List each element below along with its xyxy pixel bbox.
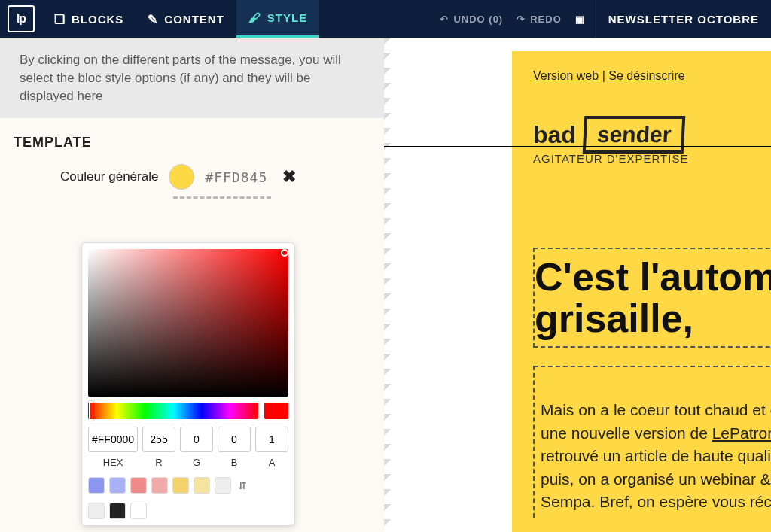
tab-label: CONTENT bbox=[164, 13, 224, 26]
hex-label: HEX bbox=[88, 457, 138, 468]
preset-colors: ⇵ bbox=[88, 477, 288, 519]
tab-label: STYLE bbox=[267, 11, 307, 24]
color-picker: HEX R G B A ⇵ bbox=[81, 242, 295, 526]
preview-pane: Version web | Se désinscrire bad sender … bbox=[384, 38, 771, 532]
main-tabs: ❑ BLOCKS ✎ CONTENT 🖌 STYLE bbox=[42, 0, 319, 38]
body-text: Mais on a le coeur tout chaud et on vien… bbox=[541, 399, 771, 513]
property-label: Couleur générale bbox=[60, 169, 158, 184]
brand-logo: bad sender bbox=[533, 116, 771, 154]
r-input[interactable] bbox=[142, 427, 175, 452]
pencil-icon: ✎ bbox=[148, 12, 158, 26]
blocks-icon: ❑ bbox=[54, 12, 66, 26]
divider-line bbox=[384, 146, 771, 147]
b-label: B bbox=[218, 457, 251, 468]
a-input[interactable] bbox=[255, 427, 288, 452]
section-title: TEMPLATE bbox=[0, 118, 384, 160]
hue-slider[interactable] bbox=[88, 403, 258, 419]
preset-swatch[interactable] bbox=[194, 477, 210, 494]
undo-icon: ↶ bbox=[440, 14, 449, 25]
tab-style[interactable]: 🖌 STYLE bbox=[236, 0, 319, 38]
preset-swatch[interactable] bbox=[151, 477, 168, 494]
g-input[interactable] bbox=[180, 427, 213, 452]
current-color-preview bbox=[264, 403, 288, 419]
headline-block[interactable]: C'est l'automne, la grisaille, bbox=[533, 248, 771, 348]
app-logo[interactable]: lp bbox=[8, 5, 35, 32]
saturation-handle[interactable] bbox=[281, 249, 288, 257]
hue-handle[interactable] bbox=[89, 401, 93, 421]
email-preview[interactable]: Version web | Se désinscrire bad sender … bbox=[512, 51, 771, 532]
b-input[interactable] bbox=[218, 427, 251, 452]
preset-swatch[interactable] bbox=[88, 503, 105, 519]
body-block[interactable]: Mais on a le coeur tout chaud et on vien… bbox=[533, 366, 771, 518]
r-label: R bbox=[142, 457, 175, 468]
g-label: G bbox=[180, 457, 213, 468]
page-edge-decoration bbox=[384, 38, 399, 532]
preset-swatch[interactable] bbox=[215, 477, 231, 494]
brand-text-right: sender bbox=[583, 116, 686, 154]
header-links: Version web | Se désinscrire bbox=[533, 69, 771, 83]
headline-text: C'est l'automne, la grisaille, bbox=[535, 257, 771, 339]
top-bar: lp ❑ BLOCKS ✎ CONTENT 🖌 STYLE ↶ UNDO (0)… bbox=[0, 0, 771, 38]
preset-swatch[interactable] bbox=[130, 477, 147, 494]
image-icon: ▣ bbox=[575, 14, 585, 25]
image-button[interactable]: ▣ bbox=[575, 14, 585, 25]
color-swatch[interactable] bbox=[169, 164, 194, 190]
preset-swatch[interactable] bbox=[130, 503, 147, 519]
tab-label: BLOCKS bbox=[72, 13, 123, 26]
top-actions: ↶ UNDO (0) ↷ REDO ▣ bbox=[429, 14, 595, 25]
brand-tagline: AGITATEUR D'EXPERTISE bbox=[533, 152, 771, 165]
hex-input[interactable] bbox=[88, 427, 138, 452]
color-hex-display: #FFD845 bbox=[205, 169, 267, 185]
tab-content[interactable]: ✎ CONTENT bbox=[136, 0, 236, 38]
preset-swatch[interactable] bbox=[109, 503, 126, 519]
property-row-general-color: Couleur générale #FFD845 ✖ bbox=[0, 160, 384, 194]
a-label: A bbox=[255, 457, 288, 468]
preset-swatch[interactable] bbox=[172, 477, 189, 494]
panel-hint: By clicking on the different parts of th… bbox=[0, 38, 384, 118]
web-version-link[interactable]: Version web bbox=[533, 69, 599, 82]
body-link[interactable]: LePatron bbox=[712, 424, 771, 442]
redo-icon: ↷ bbox=[517, 14, 526, 25]
undo-button[interactable]: ↶ UNDO (0) bbox=[440, 14, 503, 25]
preset-more-icon[interactable]: ⇵ bbox=[236, 479, 249, 491]
preset-swatch[interactable] bbox=[109, 477, 126, 494]
side-panel: By clicking on the different parts of th… bbox=[0, 38, 384, 532]
preset-swatch[interactable] bbox=[88, 477, 105, 494]
saturation-area[interactable] bbox=[88, 249, 288, 397]
brand-text-left: bad bbox=[533, 121, 576, 149]
brush-icon: 🖌 bbox=[248, 11, 261, 25]
unsubscribe-link[interactable]: Se désinscrire bbox=[608, 69, 684, 82]
clear-color-button[interactable]: ✖ bbox=[282, 167, 296, 187]
tab-blocks[interactable]: ❑ BLOCKS bbox=[42, 0, 136, 38]
document-title[interactable]: NEWSLETTER OCTOBRE bbox=[596, 0, 771, 38]
redo-button[interactable]: ↷ REDO bbox=[517, 14, 562, 25]
undo-label: UNDO (0) bbox=[453, 14, 503, 25]
link-separator: | bbox=[602, 69, 609, 82]
redo-label: REDO bbox=[530, 14, 562, 25]
